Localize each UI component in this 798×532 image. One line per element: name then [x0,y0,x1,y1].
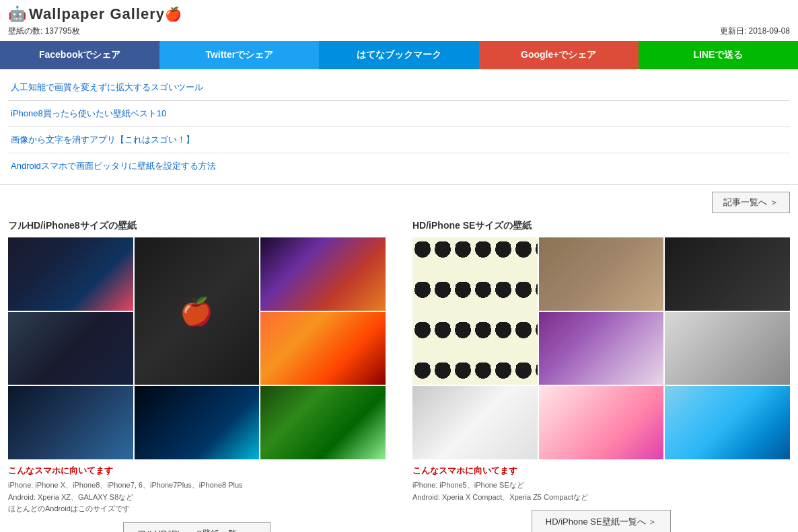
left-img-2[interactable] [260,237,386,311]
left-gallery-button[interactable]: フルHD/iPhone8壁紙一覧へ ＞ [123,522,271,532]
article-link-2[interactable]: iPhone8買ったら使いたい壁紙ベスト10 [8,101,790,127]
right-image-grid [412,237,790,459]
apple-icon: 🍎 [165,6,182,22]
right-img-7[interactable] [539,386,664,459]
right-gallery-block: HD/iPhone SEサイズの壁紙 [412,220,790,532]
left-device-info: こんなスマホに向いてます iPhone: iPhone X、iPhone8、iP… [8,465,386,515]
right-img-1[interactable] [412,237,538,385]
wallpaper-count: 壁紙の数: 137795枚 [8,26,80,37]
left-img-6[interactable] [8,386,133,459]
right-img-3[interactable] [665,237,790,311]
site-title: Wallpaper Gallery [29,5,165,23]
left-img-3[interactable] [8,312,133,385]
left-device-title: こんなスマホに向いてます [8,465,386,477]
left-gallery-title: フルHD/iPhone8サイズの壁紙 [8,220,386,232]
right-img-8[interactable] [665,386,790,459]
left-img-8[interactable] [260,386,386,459]
right-img-5[interactable] [665,312,790,385]
right-img-6[interactable] [412,386,538,459]
right-device-info: こんなスマホに向いてます iPhone: iPhone5、iPhone SEなど… [412,465,790,503]
right-img-2[interactable] [539,237,664,311]
android-icon: 🤖 [8,5,26,23]
right-device-detail-1: iPhone: iPhone5、iPhone SEなど [412,480,790,492]
stats-bar: 壁紙の数: 137795枚 更新日: 2018-09-08 [0,24,798,41]
updated-date: 更新日: 2018-09-08 [720,26,790,37]
right-gallery-button[interactable]: HD/iPhone SE壁紙一覧へ ＞ [532,510,671,532]
header: 🤖 Wallpaper Gallery 🍎 [0,0,798,24]
right-device-detail-2: Android: Xperia X Compact、Xperia Z5 Comp… [412,492,790,504]
article-link-4[interactable]: Androidスマホで画面ピッタリに壁紙を設定する方法 [8,153,790,179]
left-device-detail-2: Android: Xperia XZ、GALAXY S8など [8,492,386,504]
left-img-4[interactable] [260,312,386,385]
right-device-title: こんなスマホに向いてます [412,465,790,477]
left-device-detail-3: ほとんどのAndroidはこのサイズです [8,503,386,515]
share-twitter-button[interactable]: Twitterでシェア [159,41,319,69]
right-gallery-btn-wrap: HD/iPhone SE壁紙一覧へ ＞ [412,510,790,532]
left-img-5[interactable] [8,237,133,311]
share-hatena-button[interactable]: はてなブックマーク [319,41,478,69]
article-link-3[interactable]: 画像から文字を消すアプリ【これはスゴい！】 [8,127,790,153]
share-bar: Facebookでシェア Twitterでシェア はてなブックマーク Googl… [0,41,798,69]
left-device-detail-1: iPhone: iPhone X、iPhone8、iPhone7, 6、iPho… [8,480,386,492]
right-img-4[interactable] [539,312,664,385]
gallery-section: フルHD/iPhone8サイズの壁紙 [0,220,798,532]
more-articles-wrap: 記事一覧へ ＞ [0,185,798,220]
left-gallery-btn-wrap: フルHD/iPhone8壁紙一覧へ ＞ [8,522,386,532]
articles-section: 人工知能で画質を変えずに拡大するスゴいツール iPhone8買ったら使いたい壁紙… [0,69,798,185]
share-google-button[interactable]: Google+でシェア [479,41,639,69]
left-img-1[interactable] [135,237,260,385]
right-gallery-title: HD/iPhone SEサイズの壁紙 [412,220,790,232]
article-link-1[interactable]: 人工知能で画質を変えずに拡大するスゴいツール [8,75,790,101]
left-gallery-block: フルHD/iPhone8サイズの壁紙 [8,220,386,532]
share-line-button[interactable]: LINEで送る [639,41,798,69]
gallery-row: フルHD/iPhone8サイズの壁紙 [8,220,790,532]
left-img-7[interactable] [135,386,260,459]
more-articles-button[interactable]: 記事一覧へ ＞ [712,192,790,213]
share-facebook-button[interactable]: Facebookでシェア [0,41,159,69]
left-image-grid [8,237,386,459]
